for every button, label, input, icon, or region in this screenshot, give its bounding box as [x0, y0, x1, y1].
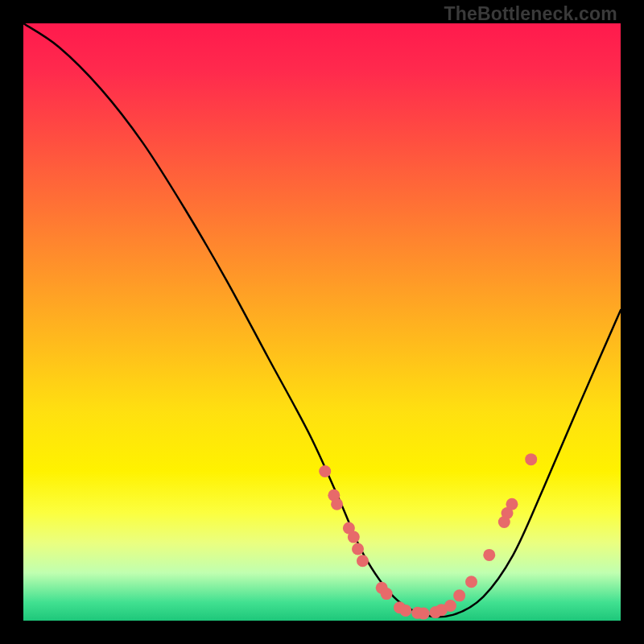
data-marker: [444, 600, 456, 612]
chart-frame: [23, 23, 621, 621]
data-marker: [319, 465, 331, 477]
data-marker: [352, 543, 364, 555]
watermark-text: TheBottleneck.com: [444, 3, 617, 25]
chart-svg: [23, 23, 621, 621]
data-marker: [399, 605, 411, 617]
data-markers-group: [319, 453, 537, 619]
data-marker: [506, 498, 518, 510]
data-marker: [465, 576, 477, 588]
data-marker: [418, 608, 430, 620]
bottleneck-curve-path: [23, 23, 621, 617]
data-marker: [348, 531, 360, 543]
data-marker: [381, 588, 393, 600]
data-marker: [525, 453, 537, 465]
data-marker: [453, 589, 465, 601]
data-marker: [483, 549, 495, 561]
data-marker: [357, 555, 369, 567]
data-marker: [331, 498, 343, 510]
